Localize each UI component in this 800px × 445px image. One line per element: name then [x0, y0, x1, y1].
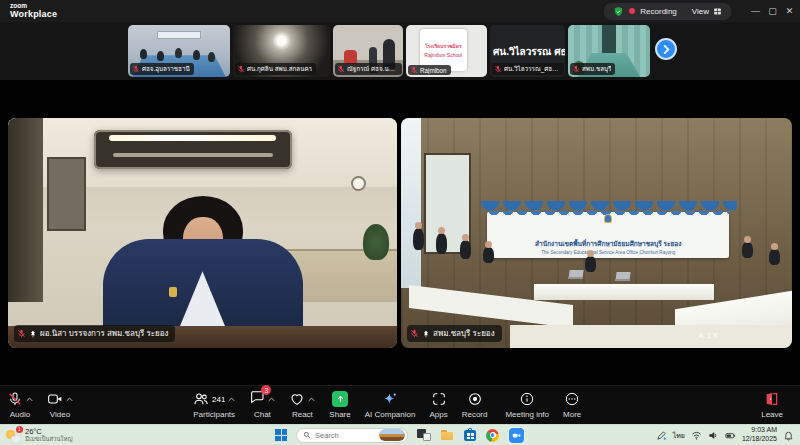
recording-label: Recording [640, 7, 676, 16]
audio-button[interactable]: Audio [0, 386, 40, 424]
chevron-up-icon[interactable] [26, 397, 33, 402]
scene-person [742, 242, 753, 258]
participant-thumbnail[interactable]: ศน.วิไลวรรณ ศธ... ศน.วิไลวรรณ_ศธจ.มุกดาห… [490, 25, 565, 77]
weather-icon: 1 [6, 429, 21, 442]
thumbnail-scene-chair [344, 50, 357, 64]
apps-button[interactable]: Apps [422, 386, 454, 424]
task-view-button[interactable] [417, 428, 431, 442]
app-name-workplace: Workplace [10, 10, 57, 19]
chat-button[interactable]: 3 Chat [242, 386, 282, 424]
participant-name-tag: ศน.วิไลวรรณ_ศธจ.มุกดาห... [492, 63, 564, 75]
muted-mic-icon [237, 65, 245, 73]
muted-mic-icon [17, 329, 26, 338]
meeting-info-button[interactable]: Meeting info [498, 386, 556, 424]
scene-laptop [568, 270, 583, 279]
share-screen-icon [332, 391, 348, 407]
scene-person [483, 247, 494, 263]
chevron-up-icon[interactable] [308, 397, 315, 402]
camera-icon [47, 391, 63, 407]
meeting-stage: ผอ.นิสา บรรจงการ สพม.ชลบุรี ระยอง สำนักง… [0, 80, 800, 385]
pin-icon [29, 330, 37, 338]
language-indicator[interactable]: ไทย [673, 430, 685, 441]
close-button[interactable]: ✕ [781, 0, 798, 22]
leave-button[interactable]: Leave [754, 386, 790, 424]
muted-mic-icon [494, 65, 502, 73]
scene-person [460, 240, 471, 259]
view-button[interactable]: View [692, 7, 722, 16]
scene-banner: สำนักงานเขตพื้นที่การศึกษามัธยมศึกษาชลบุ… [487, 212, 729, 258]
thumbnail-scene-banner [157, 31, 202, 38]
next-page-button[interactable] [655, 38, 677, 60]
participant-thumbnail[interactable]: ศน.กุศลิน สพม.สกลนคร [233, 25, 330, 77]
scene-laptop [615, 272, 630, 281]
participant-name-tag: ณัฐกรณ์ ศธจ.นนทบุรี [335, 63, 402, 75]
maximize-button[interactable]: ▢ [764, 0, 781, 22]
minimize-button[interactable]: — [747, 0, 764, 22]
chat-unread-badge: 3 [261, 385, 271, 395]
participants-button[interactable]: 241 Participants [186, 386, 242, 424]
scene-plant [363, 224, 389, 260]
muted-mic-icon [132, 65, 140, 73]
pen-tray-icon[interactable] [656, 430, 667, 441]
main-video-right[interactable]: สำนักงานเขตพื้นที่การศึกษามัธยมศึกษาชลบุ… [401, 118, 792, 348]
scene-table-skirt [510, 325, 792, 348]
camera-zoom-indicator: A 1X [698, 331, 719, 340]
search-highlight-image[interactable] [379, 429, 405, 441]
chrome-button[interactable] [486, 429, 499, 442]
speaker-icon[interactable] [708, 430, 719, 441]
taskbar-search[interactable] [296, 428, 408, 443]
more-ellipsis-icon [564, 391, 580, 407]
chevron-right-icon [662, 45, 671, 54]
search-input[interactable] [315, 431, 375, 440]
recording-dot-icon [629, 8, 635, 14]
participant-thumbnail[interactable]: ศธจ.อุบลราชธานี [128, 25, 230, 77]
windows-taskbar: 1 26°C มีเมฆเป็นส่วนใหญ่ ไทย 9:03 A [0, 424, 800, 445]
scene-person [769, 249, 780, 265]
weather-condition: มีเมฆเป็นส่วนใหญ่ [25, 436, 73, 443]
muted-mic-icon [337, 65, 345, 73]
record-icon [467, 391, 483, 407]
meeting-status-pill[interactable]: Recording View [604, 3, 731, 20]
info-icon [519, 391, 535, 407]
notification-bell-icon[interactable] [783, 430, 794, 441]
share-screen-button[interactable]: Share [322, 386, 357, 424]
main-video-left[interactable]: ผอ.นิสา บรรจงการ สพม.ชลบุรี ระยอง [8, 118, 397, 348]
participants-icon [193, 391, 209, 407]
clock-time: 9:03 AM [742, 426, 777, 435]
file-explorer-button[interactable] [440, 428, 454, 442]
video-button[interactable]: Video [40, 386, 80, 424]
participant-name-tag: ผอ.นิสา บรรจงการ สพม.ชลบุรี ระยอง [14, 325, 175, 342]
pin-icon [422, 330, 430, 338]
view-label: View [692, 7, 709, 16]
start-button[interactable] [275, 429, 287, 441]
participant-display-name: ศน.วิไลวรรณ ศธ... [493, 44, 565, 59]
scene-ceiling-light [109, 135, 276, 141]
participant-thumbnail[interactable]: ณัฐกรณ์ ศธจ.นนทบุรี [333, 25, 403, 77]
ai-companion-button[interactable]: AI Companion [358, 386, 423, 424]
participant-thumbnail[interactable]: สพม.ชลบุรี [568, 25, 650, 77]
record-button[interactable]: Record [455, 386, 495, 424]
chevron-up-icon[interactable] [268, 397, 275, 402]
muted-mic-icon [572, 65, 580, 73]
participant-name-tag: สพม.ชลบุรี [570, 63, 615, 75]
zoom-toolbar: Audio Video 241 Participants 3 Chat [0, 385, 800, 424]
heart-icon [289, 391, 305, 407]
react-button[interactable]: React [282, 386, 322, 424]
zoom-workplace-logo: zoom Workplace [10, 3, 57, 19]
scene-banner-emblem [604, 214, 612, 223]
scene-jacket-emblem [169, 287, 177, 297]
weather-widget[interactable]: 1 26°C มีเมฆเป็นส่วนใหญ่ [6, 427, 73, 443]
scene-person [413, 228, 424, 250]
participant-thumbnail[interactable]: โรงเรียนราชมิตร Rajmibon School Rajmibon [406, 25, 487, 77]
wifi-icon[interactable] [691, 430, 702, 441]
chevron-up-icon[interactable] [66, 397, 73, 402]
chevron-up-icon[interactable] [228, 397, 235, 402]
view-grid-icon [713, 7, 722, 16]
taskbar-clock[interactable]: 9:03 AM 12/18/2025 [742, 426, 777, 444]
battery-icon[interactable] [725, 430, 736, 441]
more-button[interactable]: More [556, 386, 588, 424]
scene-door-column [8, 118, 43, 302]
security-shield-icon [613, 6, 624, 17]
microsoft-store-button[interactable] [463, 428, 477, 442]
zoom-app-button[interactable] [508, 427, 525, 444]
